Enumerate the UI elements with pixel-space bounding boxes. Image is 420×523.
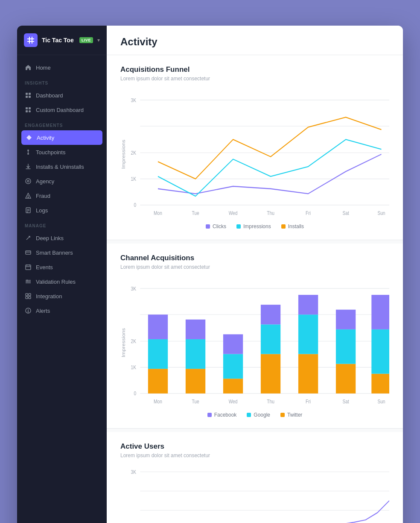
channel-legend: Facebook Google Twitter	[120, 412, 389, 418]
sidebar-item-alerts[interactable]: Alerts	[17, 303, 107, 318]
sidebar-item-validation-rules[interactable]: Validation Rules	[17, 274, 107, 289]
svg-point-17	[27, 180, 29, 182]
alerts-icon	[25, 307, 32, 314]
app-container: Tic Tac Toe LIVE ▾ Home INSIGHTS	[17, 26, 403, 523]
acquisitions-funnel-title: Acquisitions Funnel	[120, 65, 389, 74]
sidebar-item-fraud[interactable]: Fraud	[17, 188, 107, 203]
bar-mon-facebook	[148, 314, 168, 339]
svg-point-14	[27, 153, 29, 155]
svg-text:Impressions: Impressions	[121, 140, 126, 169]
sidebar-integration-label: Integration	[36, 293, 62, 300]
svg-rect-4	[26, 93, 28, 95]
activity-icon	[26, 134, 32, 141]
app-logo	[24, 33, 38, 47]
svg-text:Sun: Sun	[377, 210, 385, 216]
impressions-label: Impressions	[243, 223, 271, 229]
touchpoints-icon	[25, 149, 32, 156]
svg-rect-38	[29, 297, 31, 299]
bar-sat-google	[336, 329, 356, 364]
sidebar-item-activity[interactable]: Activity	[21, 130, 102, 145]
legend-google: Google	[247, 412, 270, 418]
integration-icon	[25, 293, 32, 300]
bar-fri-twitter	[298, 354, 318, 394]
sidebar-touchpoints-label: Touchpoints	[36, 149, 65, 156]
acquisitions-funnel-chart: 3K 2K 1K 0 Impressions Mon Tue Wed Thu F…	[120, 90, 389, 218]
chevron-down-icon[interactable]: ▾	[97, 37, 100, 43]
svg-point-16	[26, 179, 31, 184]
bar-sun-twitter	[371, 374, 389, 394]
bar-sat-twitter	[336, 364, 356, 394]
live-badge: LIVE	[79, 37, 93, 43]
svg-text:Fri: Fri	[306, 210, 311, 216]
svg-text:Thu: Thu	[267, 210, 274, 216]
main-header: Activity	[107, 26, 403, 55]
svg-text:Sun: Sun	[377, 399, 385, 404]
bar-wed-twitter	[223, 379, 243, 394]
svg-text:Thu: Thu	[267, 399, 274, 404]
sidebar-item-agency[interactable]: Agency	[17, 174, 107, 188]
sidebar-events-label: Events	[36, 264, 53, 270]
svg-text:Sat: Sat	[342, 399, 349, 404]
bar-thu-twitter	[261, 354, 280, 394]
svg-rect-25	[26, 251, 31, 254]
legend-clicks: Clicks	[206, 223, 226, 229]
smart-banners-icon	[25, 249, 32, 256]
acquisitions-chart-svg: 3K 2K 1K 0 Impressions Mon Tue Wed Thu F…	[120, 90, 389, 218]
acquisitions-legend: Clicks Impressions Installs	[120, 223, 389, 229]
svg-text:1K: 1K	[131, 176, 137, 182]
svg-point-13	[27, 150, 29, 151]
sidebar-agency-label: Agency	[36, 178, 54, 185]
bar-tue-google	[186, 339, 205, 369]
sidebar-item-home[interactable]: Home	[17, 60, 107, 75]
app-name: Tic Tac Toe	[42, 37, 75, 44]
dashboard-icon	[25, 92, 32, 99]
channel-acquisitions-title: Channel Acquisitions	[120, 254, 389, 262]
sidebar-item-logs[interactable]: Logs	[17, 203, 107, 217]
active-users-section: Active Users Lorem ipsum dolor sit amet …	[107, 432, 403, 523]
sidebar-item-deep-links[interactable]: Deep Links	[17, 231, 107, 245]
sidebar-header[interactable]: Tic Tac Toe LIVE ▾	[17, 26, 107, 55]
svg-text:1K: 1K	[131, 364, 137, 370]
sidebar-item-home-label: Home	[36, 65, 51, 71]
sidebar-custom-dashboard-label: Custom Dashboard	[36, 107, 84, 113]
svg-rect-6	[26, 96, 28, 98]
legend-twitter: Twitter	[280, 412, 302, 418]
deep-links-icon	[25, 235, 32, 241]
sidebar-item-events[interactable]: Events	[17, 260, 107, 274]
channel-chart-svg: 3K 2K 1K 0 Impressions Mon Tue Wed Thu F…	[120, 279, 389, 407]
sidebar-item-touchpoints[interactable]: Touchpoints	[17, 145, 107, 159]
legend-installs: Installs	[281, 223, 304, 229]
bar-mon-google	[148, 339, 168, 369]
svg-text:Mon: Mon	[154, 210, 162, 216]
bar-thu-facebook	[261, 305, 280, 324]
page-title: Activity	[120, 36, 389, 55]
channel-acquisitions-section: Channel Acquisitions Lorem ipsum dolor s…	[107, 244, 403, 429]
svg-rect-9	[29, 107, 31, 109]
impressions-dot	[236, 224, 241, 229]
sidebar-item-dashboard[interactable]: Dashboard	[17, 88, 107, 103]
svg-rect-34	[26, 279, 28, 281]
svg-text:Mon: Mon	[154, 399, 162, 404]
svg-point-41	[28, 311, 29, 312]
google-label: Google	[254, 412, 270, 418]
bar-sun-google	[371, 329, 389, 374]
section-label-manage: MANAGE	[17, 217, 107, 231]
bar-fri-facebook	[298, 295, 318, 314]
sidebar-item-installs[interactable]: Installs & Uninstalls	[17, 159, 107, 174]
sidebar-item-custom-dashboard[interactable]: Custom Dashboard	[17, 103, 107, 117]
section-label-engagements: ENGAGEMENTS	[17, 117, 107, 130]
svg-text:3K: 3K	[131, 286, 137, 291]
custom-dashboard-icon	[25, 106, 32, 113]
bar-sun-facebook	[371, 295, 389, 329]
sidebar-activity-label: Activity	[37, 135, 54, 141]
sidebar-item-smart-banners[interactable]: Smart Banners	[17, 245, 107, 260]
twitter-dot	[280, 413, 285, 417]
svg-text:Tue: Tue	[192, 399, 199, 404]
legend-facebook: Facebook	[207, 412, 237, 418]
home-icon	[25, 64, 32, 71]
sidebar-item-integration[interactable]: Integration	[17, 289, 107, 303]
svg-text:Fri: Fri	[306, 399, 311, 404]
svg-point-11	[29, 110, 31, 112]
agency-icon	[25, 178, 32, 185]
installs-icon	[25, 163, 32, 170]
